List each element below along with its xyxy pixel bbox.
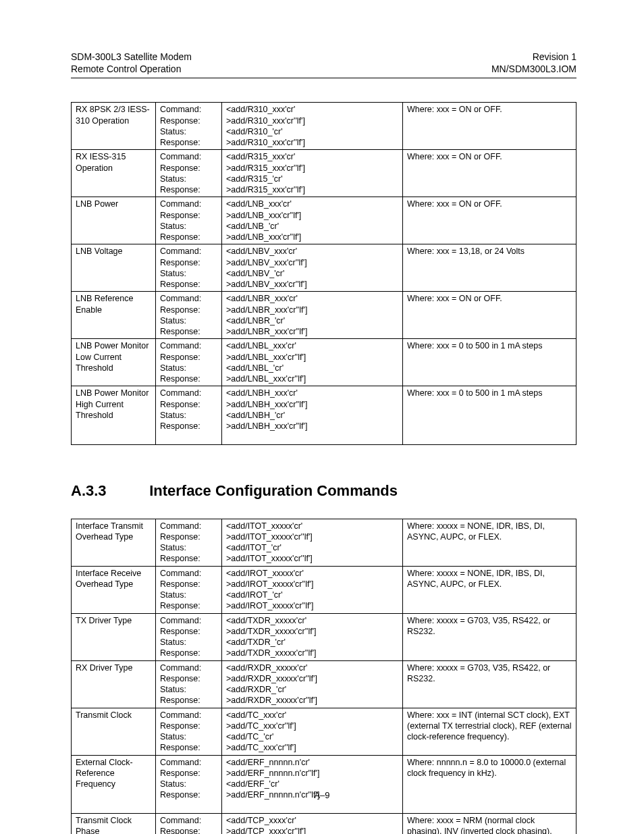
row-description: Where: xxx = ON or OFF. bbox=[403, 197, 576, 244]
table-row: LNB Reference EnableCommand:Response:Sta… bbox=[72, 292, 576, 339]
row-description: Where: xxx = ON or OFF. bbox=[403, 150, 576, 197]
section-number: A.3.3 bbox=[71, 482, 145, 500]
row-description: Where: xxx = 0 to 500 in 1 mA steps bbox=[403, 339, 576, 386]
row-description: Where: xxxx = NRM (normal clock phasing)… bbox=[403, 813, 576, 834]
table-row: Interface Transmit Overhead TypeCommand:… bbox=[72, 519, 576, 566]
row-types: Command:Response:Status:Response: bbox=[156, 755, 222, 813]
page-header: SDM-300L3 Satellite Modem Remote Control… bbox=[71, 51, 576, 75]
header-right-2: MN/SDM300L3.IOM bbox=[491, 63, 576, 75]
section-heading: A.3.3 Interface Configuration Commands bbox=[71, 482, 576, 500]
row-types: Command:Response:Status:Response: bbox=[156, 660, 222, 708]
header-left-2: Remote Control Operation bbox=[71, 63, 192, 75]
row-commands: <add/LNBH_xxx'cr'>add/LNBH_xxx'cr''lf']<… bbox=[222, 386, 403, 444]
row-name: Interface Transmit Overhead Type bbox=[72, 519, 156, 566]
row-description: Where: xxx = INT (internal SCT clock), E… bbox=[403, 708, 576, 755]
row-name: LNB Voltage bbox=[72, 244, 156, 292]
row-types: Command:Response:Status:Response: bbox=[156, 519, 222, 566]
table-row: RX IESS-315 OperationCommand:Response:St… bbox=[72, 150, 576, 197]
row-description: Where: xxx = ON or OFF. bbox=[403, 103, 576, 150]
row-name: RX IESS-315 Operation bbox=[72, 150, 156, 197]
row-commands: <add/RXDR_xxxxx'cr'>add/RXDR_xxxxx'cr''l… bbox=[222, 660, 403, 708]
table-row: Transmit ClockCommand:Response:Status:Re… bbox=[72, 708, 576, 755]
table-row: External Clock-Reference FrequencyComman… bbox=[72, 755, 576, 813]
row-types: Command:Response:Status:Response: bbox=[156, 386, 222, 444]
row-commands: <add/R310_xxx'cr'>add/R310_xxx'cr''lf']<… bbox=[222, 103, 403, 150]
table-row: LNB PowerCommand:Response:Status:Respons… bbox=[72, 197, 576, 244]
table-row: TX Driver TypeCommand:Response:Status:Re… bbox=[72, 613, 576, 660]
row-name: LNB Power Monitor Low Current Threshold bbox=[72, 339, 156, 386]
row-commands: <add/LNBV_xxx'cr'>add/LNBV_xxx'cr''lf']<… bbox=[222, 244, 403, 292]
row-name: External Clock-Reference Frequency bbox=[72, 755, 156, 813]
row-name: LNB Reference Enable bbox=[72, 292, 156, 339]
row-description: Where: xxxxx = NONE, IDR, IBS, DI, ASYNC… bbox=[403, 519, 576, 566]
row-name: RX Driver Type bbox=[72, 660, 156, 708]
row-types: Command:Response:Status:Response: bbox=[156, 613, 222, 660]
page-number: A–9 bbox=[0, 790, 644, 800]
row-commands: <add/ITOT_xxxxx'cr'>add/ITOT_xxxxx'cr''l… bbox=[222, 519, 403, 566]
row-description: Where: xxxxx = G703, V35, RS422, or RS23… bbox=[403, 613, 576, 660]
row-name: Transmit Clock Phase bbox=[72, 813, 156, 834]
command-table-1: RX 8PSK 2/3 IESS-310 OperationCommand:Re… bbox=[71, 102, 576, 444]
command-table-2: Interface Transmit Overhead TypeCommand:… bbox=[71, 519, 576, 834]
row-types: Command:Response:Status:Response: bbox=[156, 813, 222, 834]
row-commands: <add/LNBL_xxx'cr'>add/LNBL_xxx'cr''lf']<… bbox=[222, 339, 403, 386]
row-types: Command:Response:Status:Response: bbox=[156, 197, 222, 244]
table-row: Transmit Clock PhaseCommand:Response:Sta… bbox=[72, 813, 576, 834]
header-right-1: Revision 1 bbox=[491, 51, 576, 63]
row-types: Command:Response:Status:Response: bbox=[156, 708, 222, 755]
row-description: Where: xxx = ON or OFF. bbox=[403, 292, 576, 339]
row-name: TX Driver Type bbox=[72, 613, 156, 660]
row-types: Command:Response:Status:Response: bbox=[156, 339, 222, 386]
row-description: Where: xxxxx = G703, V35, RS422, or RS23… bbox=[403, 660, 576, 708]
table-row: LNB Power Monitor Low Current ThresholdC… bbox=[72, 339, 576, 386]
row-commands: <add/LNBR_xxx'cr'>add/LNBR_xxx'cr''lf']<… bbox=[222, 292, 403, 339]
table-row: RX 8PSK 2/3 IESS-310 OperationCommand:Re… bbox=[72, 103, 576, 150]
row-types: Command:Response:Status:Response: bbox=[156, 150, 222, 197]
row-commands: <add/TC_xxx'cr'>add/TC_xxx'cr''lf']<add/… bbox=[222, 708, 403, 755]
header-rule bbox=[71, 78, 576, 78]
table-row: Interface Receive Overhead TypeCommand:R… bbox=[72, 566, 576, 613]
row-types: Command:Response:Status:Response: bbox=[156, 566, 222, 613]
row-description: Where: xxx = 13,18, or 24 Volts bbox=[403, 244, 576, 292]
row-commands: <add/LNB_xxx'cr'>add/LNB_xxx'cr''lf']<ad… bbox=[222, 197, 403, 244]
row-commands: <add/R315_xxx'cr'>add/R315_xxx'cr''lf']<… bbox=[222, 150, 403, 197]
row-description: Where: nnnnn.n = 8.0 to 10000.0 (externa… bbox=[403, 755, 576, 813]
row-commands: <add/TXDR_xxxxx'cr'>add/TXDR_xxxxx'cr''l… bbox=[222, 613, 403, 660]
header-left-1: SDM-300L3 Satellite Modem bbox=[71, 51, 192, 63]
row-description: Where: xxxxx = NONE, IDR, IBS, DI, ASYNC… bbox=[403, 566, 576, 613]
row-name: LNB Power Monitor High Current Threshold bbox=[72, 386, 156, 444]
table-row: LNB Power Monitor High Current Threshold… bbox=[72, 386, 576, 444]
row-name: RX 8PSK 2/3 IESS-310 Operation bbox=[72, 103, 156, 150]
row-name: LNB Power bbox=[72, 197, 156, 244]
row-types: Command:Response:Status:Response: bbox=[156, 244, 222, 292]
row-types: Command:Response:Status:Response: bbox=[156, 292, 222, 339]
row-commands: <add/IROT_xxxxx'cr'>add/IROT_xxxxx'cr''l… bbox=[222, 566, 403, 613]
row-name: Transmit Clock bbox=[72, 708, 156, 755]
table-row: LNB VoltageCommand:Response:Status:Respo… bbox=[72, 244, 576, 292]
row-types: Command:Response:Status:Response: bbox=[156, 103, 222, 150]
row-commands: <add/ERF_nnnnn.n'cr'>add/ERF_nnnnn.n'cr'… bbox=[222, 755, 403, 813]
row-commands: <add/TCP_xxxx'cr'>add/TCP_xxxx'cr''lf']<… bbox=[222, 813, 403, 834]
section-title: Interface Configuration Commands bbox=[149, 482, 398, 499]
row-name: Interface Receive Overhead Type bbox=[72, 566, 156, 613]
row-description: Where: xxx = 0 to 500 in 1 mA steps bbox=[403, 386, 576, 444]
table-row: RX Driver TypeCommand:Response:Status:Re… bbox=[72, 660, 576, 708]
